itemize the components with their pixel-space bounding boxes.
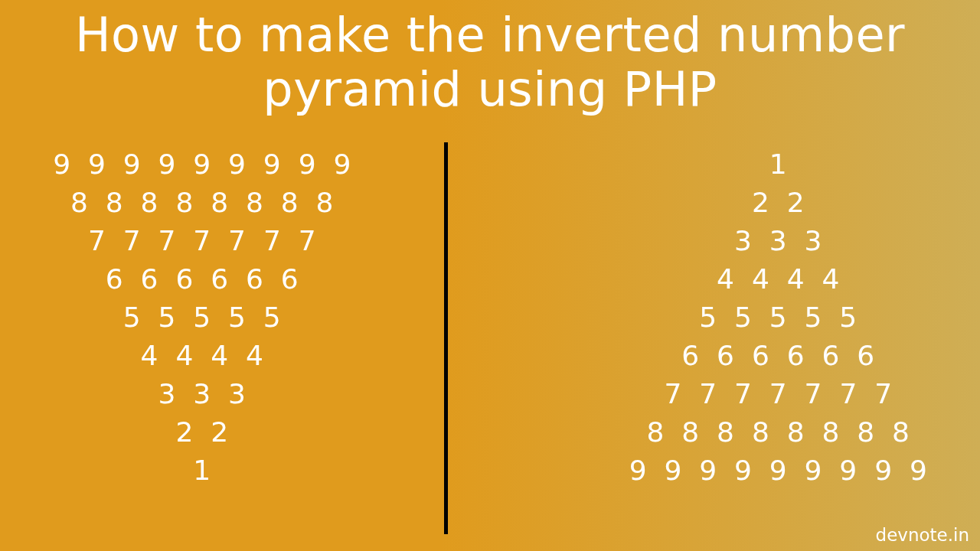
pyramid-row: 4 4 4 4 <box>141 337 263 375</box>
pyramid-row: 3 3 3 <box>734 222 822 260</box>
inverted-pyramid-column: 9 9 9 9 9 9 9 9 9 8 8 8 8 8 8 8 8 7 7 7 … <box>0 145 511 490</box>
credit-label: devnote.in <box>876 525 969 545</box>
pyramid-row: 2 2 <box>752 184 805 222</box>
pyramid-row: 8 8 8 8 8 8 8 8 <box>647 413 910 452</box>
pyramid-row: 2 2 <box>175 413 228 452</box>
pyramid-row: 5 5 5 5 5 <box>699 298 857 337</box>
title-line-1: How to make the inverted number <box>75 7 905 63</box>
pyramid-row: 1 <box>193 452 211 490</box>
pyramid-row: 1 <box>769 145 787 184</box>
pyramid-row: 7 7 7 7 7 7 7 <box>664 375 892 413</box>
page-title: How to make the inverted number pyramid … <box>0 0 980 117</box>
pyramid-row: 8 8 8 8 8 8 8 8 <box>70 184 333 222</box>
pyramid-row: 9 9 9 9 9 9 9 9 9 <box>53 145 351 184</box>
pyramid-row: 6 6 6 6 6 6 <box>106 260 299 298</box>
pyramid-row: 7 7 7 7 7 7 7 <box>88 222 316 260</box>
pyramid-row: 6 6 6 6 6 6 <box>681 337 874 375</box>
normal-pyramid-column: 1 2 2 3 3 3 4 4 4 4 5 5 5 5 5 6 6 6 6 6 … <box>511 145 981 490</box>
title-line-2: pyramid using PHP <box>263 61 717 117</box>
content-area: 9 9 9 9 9 9 9 9 9 8 8 8 8 8 8 8 8 7 7 7 … <box>0 145 980 536</box>
pyramid-row: 4 4 4 4 <box>717 260 839 298</box>
pyramid-row: 9 9 9 9 9 9 9 9 9 <box>629 452 927 490</box>
pyramid-row: 3 3 3 <box>158 375 247 413</box>
pyramid-row: 5 5 5 5 5 <box>123 298 281 337</box>
